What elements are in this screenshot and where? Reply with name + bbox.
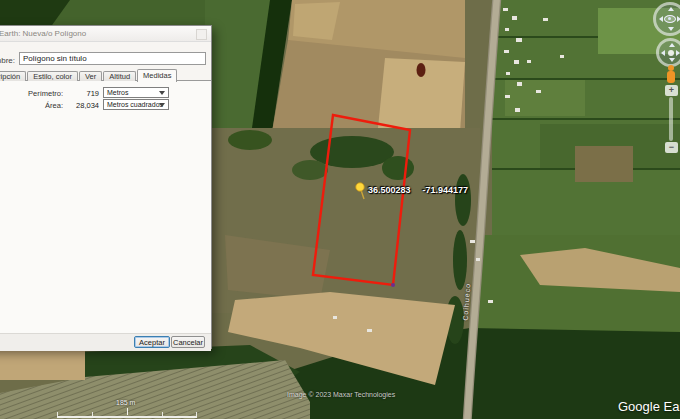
pin-coordinates-label: 36.500283-71.944177 <box>368 185 480 195</box>
area-unit-value: Metros cuadrados <box>107 101 163 108</box>
scale-tick <box>196 412 197 416</box>
polygon-vertex-dot[interactable] <box>391 283 395 287</box>
scale-tick <box>57 412 58 416</box>
scale-bar <box>57 416 197 418</box>
tab-ver[interactable]: Ver <box>79 71 102 81</box>
pegman-icon[interactable] <box>664 65 678 84</box>
tab-altitud[interactable]: Altitud <box>103 71 136 81</box>
longitude-value: -71.944177 <box>423 185 469 195</box>
tab-medidas[interactable]: Medidas <box>137 69 177 82</box>
google-earth-window: 36.500283-71.944177 Coihueco 185 m Image… <box>0 0 680 419</box>
move-down-arrow-icon[interactable] <box>669 58 675 62</box>
look-joystick[interactable] <box>653 2 680 36</box>
look-down-arrow-icon[interactable] <box>668 27 674 31</box>
scale-tick <box>92 412 93 416</box>
dialog-title: Google Earth: Nueva/o Polígono <box>0 29 86 38</box>
area-value: 28,034 <box>65 101 99 110</box>
scale-label: 185 m <box>116 399 135 406</box>
dialog-titlebar[interactable]: Google Earth: Nueva/o Polígono <box>0 26 211 42</box>
move-up-arrow-icon[interactable] <box>669 43 675 47</box>
chevron-down-icon <box>159 91 165 95</box>
area-label: Área: <box>0 101 63 110</box>
zoom-out-button[interactable]: − <box>665 142 678 153</box>
zoom-slider[interactable] <box>669 97 673 141</box>
tab-descripcion[interactable]: Descripción <box>0 71 26 81</box>
dialog-close-button[interactable] <box>196 29 207 40</box>
tab-estilo-color[interactable]: Estilo, color <box>27 71 78 81</box>
eye-icon <box>664 15 676 23</box>
chevron-down-icon <box>159 103 165 107</box>
move-left-arrow-icon[interactable] <box>661 50 665 56</box>
perimeter-unit-select[interactable]: Metros <box>103 87 169 98</box>
move-joystick[interactable] <box>656 38 680 67</box>
dialog-tabs: Descripción Estilo, color Ver Altitud Me… <box>0 70 178 81</box>
measures-panel <box>0 80 211 334</box>
perimeter-value: 719 <box>65 89 99 98</box>
google-earth-logo: Google Earth <box>618 399 680 414</box>
perimeter-unit-value: Metros <box>107 89 128 96</box>
polygon-properties-dialog: Google Earth: Nueva/o Polígono Nombre: D… <box>0 25 212 349</box>
latitude-value: 36.500283 <box>368 185 411 195</box>
pushpin-head <box>356 183 365 192</box>
name-field-label: Nombre: <box>0 56 15 65</box>
polygon-name-input[interactable] <box>19 52 206 65</box>
area-unit-select[interactable]: Metros cuadrados <box>103 99 169 110</box>
cancel-button[interactable]: Cancelar <box>171 336 205 348</box>
move-right-arrow-icon[interactable] <box>676 50 680 56</box>
move-center-dot <box>668 50 674 56</box>
zoom-in-button[interactable]: + <box>665 85 678 96</box>
imagery-attribution: Image © 2023 Maxar Technologies <box>287 391 395 398</box>
look-left-arrow-icon[interactable] <box>659 16 663 22</box>
pegman-body <box>667 71 675 83</box>
accept-button[interactable]: Aceptar <box>134 336 170 348</box>
look-up-arrow-icon[interactable] <box>668 7 674 11</box>
perimeter-label: Perímetro: <box>0 89 63 98</box>
scale-tick <box>162 412 163 416</box>
scale-tick <box>127 408 128 415</box>
